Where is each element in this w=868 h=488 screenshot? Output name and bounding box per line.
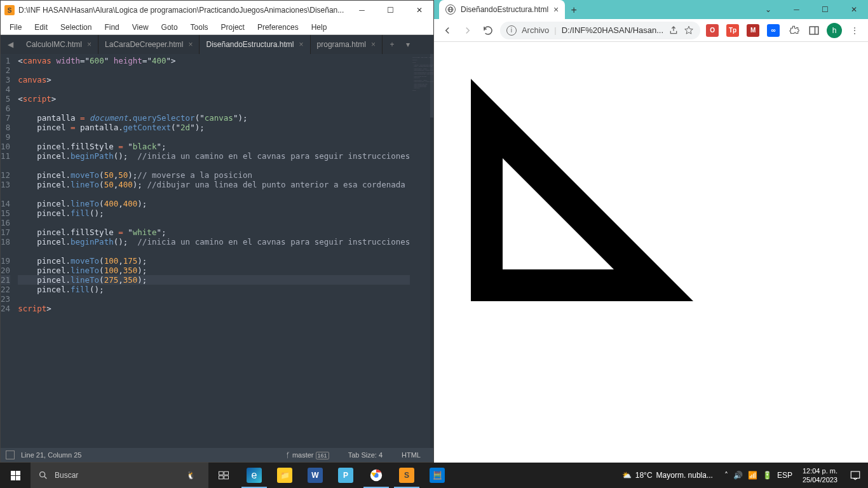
tray-language[interactable]: ESP	[777, 471, 792, 480]
menu-find[interactable]: Find	[98, 22, 125, 33]
clock-date: 25/04/2023	[803, 475, 837, 484]
sublime-titlebar[interactable]: S D:\INF HASAN\Hasan\Alura\Logica de pro…	[1, 1, 433, 20]
tab-lacaradecreeper[interactable]: LaCaraDeCreeper.html×	[98, 35, 200, 54]
menu-selection[interactable]: Selection	[54, 22, 98, 33]
rendered-canvas	[439, 47, 820, 301]
extension-meta-icon[interactable]: ∞	[765, 22, 782, 39]
taskbar-weather[interactable]: ⛅ 18°C Mayorm. nubla...	[616, 471, 719, 480]
maximize-button[interactable]: ☐	[811, 0, 839, 19]
menu-edit[interactable]: Edit	[28, 22, 54, 33]
tab-dropdown[interactable]: ▾	[402, 40, 414, 49]
chrome-titlebar[interactable]: DiseñandoEstructura.html × + ⌄ ─ ☐ ✕	[434, 0, 868, 19]
windows-taskbar: Buscar 🐧 e 📁 W P S 🧮 ⛅ 18°C Mayorm. nubl…	[0, 463, 868, 488]
line-gutter[interactable]: 1234567891011 1213 1415161718 1920212223…	[1, 54, 18, 448]
reload-button[interactable]	[480, 22, 496, 39]
extension-opera-icon[interactable]: O	[704, 22, 721, 39]
share-icon[interactable]	[668, 25, 679, 36]
taskbar-app-edge[interactable]: e	[239, 463, 269, 488]
menu-preferences[interactable]: Preferences	[251, 22, 305, 33]
caret-down-icon[interactable]: ⌄	[754, 0, 782, 19]
tab-label: programa.html	[317, 40, 366, 49]
menu-help[interactable]: Help	[305, 22, 334, 33]
tray-chevron-icon[interactable]: ˄	[724, 471, 728, 480]
sublime-editor-body: 1234567891011 1213 1415161718 1920212223…	[1, 54, 433, 448]
taskbar-app-calculator[interactable]: 🧮	[422, 463, 452, 488]
clock-time: 12:04 p. m.	[803, 466, 837, 475]
tab-scroll-left[interactable]: ◀	[1, 35, 20, 54]
svg-rect-9	[219, 476, 224, 479]
tab-programa[interactable]: programa.html×	[311, 35, 383, 54]
tab-close-icon[interactable]: ×	[299, 40, 304, 49]
browser-tab[interactable]: DiseñandoEstructura.html ×	[439, 0, 565, 19]
taskbar-search[interactable]: Buscar 🐧	[31, 463, 208, 488]
tab-label: DiseñandoEstructura.html	[206, 40, 294, 49]
svg-line-6	[44, 477, 46, 478]
menu-goto[interactable]: Goto	[155, 22, 184, 33]
taskbar-app-p[interactable]: P	[330, 463, 361, 488]
omni-url: D:/INF%20HASAN/Hasan...	[562, 25, 663, 35]
new-tab-button[interactable]: +	[383, 40, 402, 49]
scrollbar[interactable]	[430, 54, 433, 448]
tab-label: CalculoIMC.html	[26, 40, 82, 49]
weather-temp: 18°C	[635, 471, 653, 480]
tab-close-icon[interactable]: ×	[553, 4, 559, 15]
minimize-button[interactable]: ─	[782, 0, 811, 19]
address-bar[interactable]: i Archivo | D:/INF%20HASAN/Hasan...	[500, 22, 700, 39]
tab-label: LaCaraDeCreeper.html	[105, 40, 183, 49]
tray-volume-icon[interactable]: 🔊	[733, 471, 743, 480]
extension-mendeley-icon[interactable]: M	[745, 22, 761, 39]
sublime-text-window: S D:\INF HASAN\Hasan\Alura\Logica de pro…	[0, 0, 434, 463]
menu-tools[interactable]: Tools	[184, 22, 215, 33]
menu-view[interactable]: View	[126, 22, 155, 33]
code-editor[interactable]: <canvas width="600" height="400"> canvas…	[18, 54, 410, 448]
menu-file[interactable]: File	[3, 22, 28, 33]
svg-rect-8	[224, 471, 229, 475]
tab-close-icon[interactable]: ×	[371, 40, 376, 49]
minimize-button[interactable]: ─	[348, 1, 376, 20]
tray-battery-icon[interactable]: 🔋	[763, 471, 772, 480]
taskbar-app-sublime[interactable]: S	[391, 463, 422, 488]
site-info-icon[interactable]: i	[506, 25, 517, 36]
git-branch[interactable]: ᚶ master 161	[286, 451, 329, 459]
weather-icon: ⛅	[622, 471, 632, 480]
svg-rect-10	[224, 476, 229, 479]
extension-tp-icon[interactable]: Tp	[724, 22, 741, 39]
back-button[interactable]	[439, 22, 456, 39]
search-icon	[38, 470, 48, 480]
minimap[interactable]: canvas width="600" height="400"> canvas>…	[410, 54, 430, 448]
chrome-menu-icon[interactable]: ⋮	[846, 22, 863, 39]
tab-disenandoestructura[interactable]: DiseñandoEstructura.html×	[200, 35, 310, 54]
start-button[interactable]	[0, 463, 31, 488]
panel-switcher-icon[interactable]	[6, 451, 15, 459]
forward-button[interactable]	[459, 22, 476, 39]
tab-calculoimc[interactable]: CalculoIMC.html×	[20, 35, 98, 54]
task-view-button[interactable]	[208, 463, 239, 488]
close-button[interactable]: ✕	[839, 0, 868, 19]
tab-close-icon[interactable]: ×	[188, 40, 193, 49]
tray-wifi-icon[interactable]: 📶	[748, 471, 757, 480]
sublime-title: D:\INF HASAN\Hasan\Alura\Logica de progr…	[18, 6, 348, 15]
bookmark-star-icon[interactable]	[684, 25, 694, 36]
syntax-mode[interactable]: HTML	[402, 451, 421, 459]
side-panel-icon[interactable]	[806, 22, 822, 39]
maximize-button[interactable]: ☐	[376, 1, 405, 20]
taskbar-app-word[interactable]: W	[300, 463, 330, 488]
taskbar-clock[interactable]: 12:04 p. m. 25/04/2023	[797, 466, 843, 484]
tab-size[interactable]: Tab Size: 4	[348, 451, 383, 459]
scroll-thumb[interactable]	[430, 54, 433, 118]
close-button[interactable]: ✕	[405, 1, 433, 20]
weather-desc: Mayorm. nubla...	[656, 471, 713, 480]
cursor-position: Line 21, Column 25	[21, 451, 81, 459]
tux-image-icon: 🐧	[173, 463, 208, 488]
system-tray[interactable]: ˄ 🔊 📶 🔋 ESP	[719, 471, 797, 480]
browser-viewport	[434, 42, 868, 463]
profile-avatar[interactable]: h	[826, 22, 843, 39]
svg-rect-3	[810, 27, 818, 34]
extensions-puzzle-icon[interactable]	[785, 22, 802, 39]
new-tab-button[interactable]: +	[565, 1, 583, 19]
taskbar-app-explorer[interactable]: 📁	[269, 463, 300, 488]
taskbar-app-chrome[interactable]	[361, 463, 391, 488]
menu-project[interactable]: Project	[215, 22, 251, 33]
action-center-icon[interactable]	[843, 463, 868, 488]
tab-close-icon[interactable]: ×	[87, 40, 92, 49]
